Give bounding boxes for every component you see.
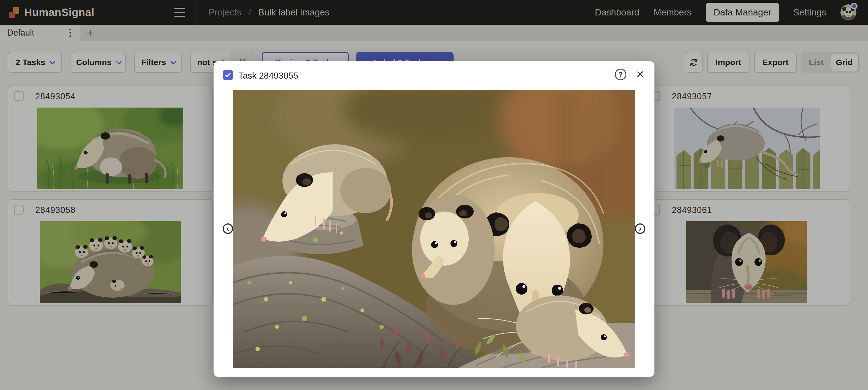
modal-title: Task 28493055 — [238, 71, 298, 81]
opossum-log-family-illustration — [233, 90, 635, 368]
close-button[interactable]: × — [632, 66, 648, 82]
previous-task-arrow[interactable]: ‹ — [223, 223, 233, 234]
checkmark-icon — [224, 72, 231, 79]
task-preview-image — [233, 90, 635, 368]
help-button[interactable]: ? — [615, 69, 626, 80]
task-checkbox-checked[interactable] — [223, 70, 233, 80]
next-task-arrow[interactable]: › — [635, 223, 645, 234]
task-preview-modal: Task 28493055 ? × ‹ › — [214, 61, 654, 377]
app-root: HumanSignal Projects / Bulk label images… — [0, 0, 868, 390]
